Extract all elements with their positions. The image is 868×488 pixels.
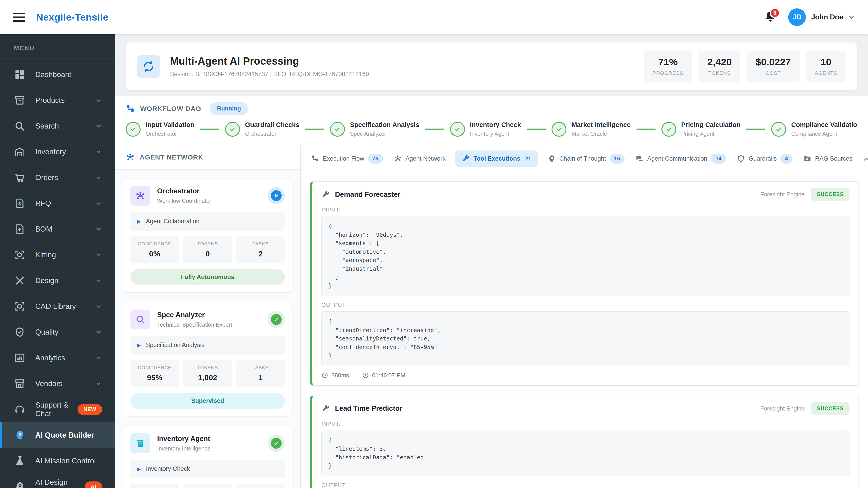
workflow-step: Specification Analysis Spec Analyzer — [350, 121, 419, 137]
chevron-down-icon — [95, 380, 102, 387]
tab-count-badge: 75 — [368, 154, 383, 164]
sidebar-item-products[interactable]: Products — [0, 88, 115, 113]
sidebar-item-ai-design-studio[interactable]: AI Design Studio AI — [0, 474, 115, 488]
ai-head-gear-icon — [14, 429, 25, 441]
tool-engine: Foresight Engine — [760, 191, 805, 198]
agent-done-chip — [268, 435, 285, 452]
sidebar-item-ai-mission-control[interactable]: AI Mission Control — [0, 448, 115, 474]
agent-stat-tokens: TOKENS 0 — [183, 484, 232, 488]
sidebar: MENU Dashboard Products Search Inventory — [0, 34, 115, 488]
sidebar-menu-label: MENU — [0, 45, 115, 52]
session-titles: Multi-Agent AI Processing Session: SESSI… — [170, 55, 369, 78]
tool-card-demand-forecaster[interactable]: Demand Forecaster Foresight Engine SUCCE… — [310, 182, 859, 386]
sidebar-item-kitting[interactable]: Kitting — [0, 242, 115, 268]
avatar[interactable]: JD — [788, 8, 806, 26]
sidebar-item-cad-library[interactable]: CAD Library — [0, 293, 115, 319]
notifications-button[interactable]: 3 — [764, 11, 776, 24]
shield-icon — [737, 155, 745, 163]
agent-task-row[interactable]: ▶ Agent Collaboration — [130, 212, 285, 231]
tool-name: Lead Time Predictor — [335, 404, 402, 413]
agent-stat-tasks: TASKS 1 — [237, 484, 285, 488]
sidebar-item-bom[interactable]: BOM — [0, 216, 115, 242]
hamburger-menu-icon[interactable] — [13, 13, 25, 22]
stat-agents: 10 AGENTS — [806, 51, 846, 82]
tab-agent-network[interactable]: Agent Network — [393, 151, 447, 166]
tool-execution-list[interactable]: Demand Forecaster Foresight Engine SUCCE… — [301, 172, 868, 488]
sidebar-item-support-chat[interactable]: Support & Chat NEW — [0, 396, 115, 422]
agent-done-chip — [268, 311, 285, 328]
chevron-down-icon — [95, 97, 102, 104]
step-check-icon — [450, 122, 465, 137]
tab-guardrails[interactable]: Guardrails 4 — [736, 150, 794, 167]
agent-stat-confidence: CONFIDENCE 96% — [130, 484, 179, 488]
expand-triangle-icon: ▶ — [137, 466, 141, 472]
chevron-down-icon — [95, 251, 102, 258]
sidebar-item-quality[interactable]: Quality — [0, 319, 115, 345]
play-icon — [271, 190, 282, 201]
ai-head-gear-icon — [14, 481, 25, 488]
brand-logo[interactable]: Nexgile-Tensile — [36, 12, 108, 23]
sidebar-item-rfq[interactable]: $ RFQ — [0, 191, 115, 216]
chevron-down-icon — [95, 354, 102, 361]
sidebar-item-vendors[interactable]: Vendors — [0, 371, 115, 396]
tab-tool-executions[interactable]: Tool Executions 21 — [455, 151, 538, 167]
tool-card-lead-time-predictor[interactable]: Lead Time Predictor Foresight Engine SUC… — [310, 396, 859, 488]
sidebar-item-inventory[interactable]: Inventory — [0, 139, 115, 165]
sidebar-item-ai-quote-builder[interactable]: AI Quote Builder — [0, 422, 115, 448]
tab-agent-communication[interactable]: Agent Communication 14 — [634, 150, 727, 167]
agent-card-orchestrator[interactable]: Orchestrator Workflow Coordinator ▶ Agen… — [123, 178, 292, 293]
agent-running-chip — [268, 187, 285, 204]
sidebar-item-dashboard[interactable]: Dashboard — [0, 62, 115, 88]
sidebar-item-analytics[interactable]: Analytics — [0, 345, 115, 371]
workflow-dag-title: WORKFLOW DAG — [140, 105, 201, 112]
step-check-icon — [771, 122, 786, 137]
sidebar-item-design[interactable]: Design — [0, 268, 115, 293]
tab-rag-sources[interactable]: RAG Sources — [802, 151, 854, 166]
folder-icon — [803, 155, 811, 163]
sidebar-item-orders[interactable]: Orders — [0, 165, 115, 191]
chevron-down-icon — [95, 148, 102, 156]
agent-card-list[interactable]: Orchestrator Workflow Coordinator ▶ Agen… — [115, 170, 301, 488]
topbar: Nexgile-Tensile 3 JD John Doe — [0, 0, 868, 34]
chevron-down-icon — [95, 225, 102, 233]
inventory-box-icon — [130, 433, 150, 453]
clock-icon — [321, 372, 328, 379]
session-stats: 71% PROGRESS 2,420 TOKENS $0.0227 COST 1… — [644, 51, 846, 82]
step-connector — [527, 129, 546, 130]
page-title: Multi-Agent AI Processing — [170, 55, 369, 67]
agent-stat-tokens: TOKENS 0 — [183, 236, 232, 263]
timestamp: 01:46:07 PM — [362, 372, 405, 379]
agent-mode-badge: Supervised — [130, 393, 285, 409]
tool-output-json: { "trendDirection": "increasing", "seaso… — [321, 311, 849, 366]
design-tools-icon — [14, 275, 25, 286]
user-name[interactable]: John Doe — [811, 13, 843, 21]
flask-icon — [14, 455, 25, 466]
agent-task-row[interactable]: ▶ Inventory Check — [130, 459, 285, 478]
tab-count-badge: 4 — [780, 154, 792, 164]
network-icon — [394, 155, 402, 163]
output-label: OUTPUT: — [321, 482, 849, 488]
agent-card-spec-analyzer[interactable]: Spec Analyzer Technical Specification Ex… — [123, 302, 292, 416]
agent-card-inventory-agent[interactable]: Inventory Agent Inventory Intelligence ▶… — [123, 426, 292, 488]
tab-traces-spans[interactable]: Traces & Spans — [862, 151, 868, 166]
notification-count-badge: 3 — [770, 8, 780, 18]
stat-tokens: 2,420 TOKENS — [699, 51, 740, 82]
tab-chain-of-thought[interactable]: Chain of Thought 15 — [546, 150, 626, 167]
flow-icon — [126, 104, 135, 113]
search-icon — [130, 310, 150, 329]
tab-count-badge: 21 — [524, 156, 531, 162]
chevron-down-icon — [95, 277, 102, 284]
agent-task-row[interactable]: ▶ Specification Analysis — [130, 336, 285, 355]
cube-scan-icon — [14, 249, 25, 260]
products-box-icon — [14, 95, 25, 106]
agent-stat-confidence: CONFIDENCE 0% — [130, 236, 179, 263]
execution-detail-panel: Execution Flow 75 Agent Network Tool Exe… — [301, 145, 868, 488]
tab-execution-flow[interactable]: Execution Flow 75 — [310, 150, 384, 167]
chevron-down-icon — [95, 123, 102, 130]
sync-icon — [137, 55, 160, 78]
stat-progress: 71% PROGRESS — [644, 51, 692, 82]
wrench-icon — [321, 404, 330, 413]
sidebar-item-search[interactable]: Search — [0, 113, 115, 139]
user-menu-chevron-down-icon[interactable] — [848, 13, 855, 21]
agent-stat-tasks: TASKS 1 — [237, 360, 285, 387]
